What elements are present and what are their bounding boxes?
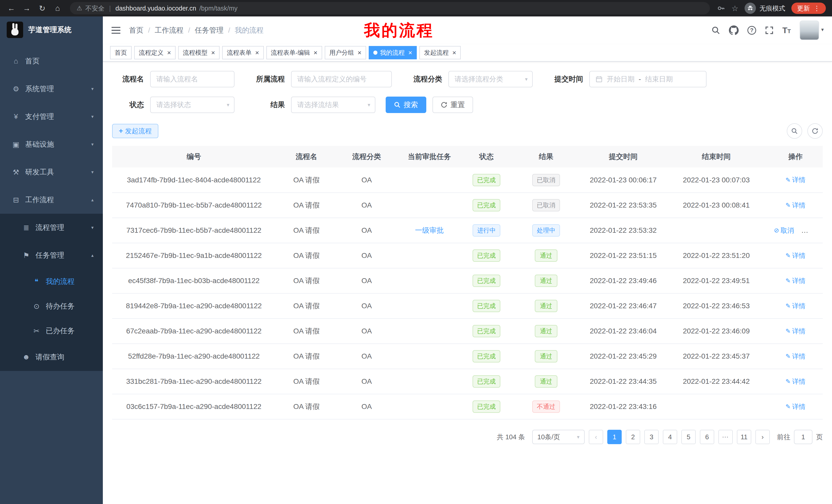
next-page-button[interactable]: › (755, 430, 770, 444)
browser-home-icon[interactable]: ⌂ (50, 2, 65, 15)
breadcrumb-item[interactable]: 首页 (129, 25, 144, 35)
update-button[interactable]: 更新 ⋮ (791, 3, 826, 14)
detail-button[interactable]: ✎详情 (785, 377, 806, 386)
password-key-icon[interactable] (717, 4, 725, 12)
incognito-profile-chip[interactable]: 无痕模式 (745, 3, 785, 14)
table-row: 7317cec6-7b9b-11ec-b5b7-acde48001122OA 请… (112, 218, 823, 243)
breadcrumb-item[interactable]: 任务管理 (195, 25, 224, 35)
page-button-6[interactable]: 6 (700, 430, 714, 444)
start-process-button[interactable]: + 发起流程 (112, 124, 158, 138)
refresh-table-button[interactable] (807, 123, 823, 139)
show-search-button[interactable] (787, 123, 802, 139)
bookmark-star-icon[interactable]: ☆ (731, 4, 738, 13)
detail-button[interactable]: ✎详情 (785, 327, 806, 336)
action-label: 取消 (781, 226, 794, 235)
tab-close-icon[interactable]: × (314, 49, 317, 56)
breadcrumb-item[interactable]: 工作流程 (155, 25, 184, 35)
tab-close-icon[interactable]: × (408, 49, 412, 56)
reset-label: 重置 (450, 100, 465, 110)
page-button-2[interactable]: 2 (626, 430, 640, 444)
tab-my-process[interactable]: 我的流程× (369, 46, 417, 59)
github-icon[interactable] (729, 25, 739, 35)
chevron-down-icon: ▾ (91, 86, 94, 92)
cell-result: 不通过 (510, 394, 582, 419)
address-bar[interactable]: ⚠ 不安全 | dashboard.yudao.iocoder.cn/bpm/t… (70, 2, 710, 15)
goto-page-input[interactable]: 1 (794, 430, 812, 444)
tab-close-icon[interactable]: × (167, 49, 171, 56)
browser-forward-icon[interactable]: → (20, 2, 34, 15)
sidebar-item-system[interactable]: ⚙系统管理▾ (0, 75, 103, 103)
sidebar: 芋道管理系统 ⌂首页⚙系统管理▾¥支付管理▾▣基础设施▾⚒研发工具▾⊟工作流程▴… (0, 17, 103, 504)
search-icon[interactable] (711, 26, 720, 35)
page-button-11[interactable]: 11 (737, 430, 751, 444)
detail-button[interactable]: ✎详情 (785, 352, 806, 361)
sidebar-item-infrastructure[interactable]: ▣基础设施▾ (0, 131, 103, 158)
search-button[interactable]: 搜索 (386, 96, 426, 113)
tab-process-model[interactable]: 流程模型× (178, 46, 219, 59)
result-select[interactable]: 请选择流结果▾ (291, 96, 375, 113)
process-definition-input[interactable]: 请输入流程定义的编号 (291, 71, 392, 87)
tab-process-definition[interactable]: 流程定义× (134, 46, 176, 59)
sidebar-item-label: 待办任务 (46, 301, 75, 311)
prev-page-button[interactable]: ‹ (589, 430, 603, 444)
tab-close-icon[interactable]: × (211, 49, 215, 56)
detail-icon: ✎ (785, 328, 790, 335)
detail-button[interactable]: ✎详情 (785, 201, 806, 210)
fullscreen-icon[interactable] (765, 26, 774, 35)
sidebar-item-task-manage[interactable]: ⚑任务管理▴ (0, 242, 103, 269)
current-task-link[interactable]: 一级审批 (415, 226, 444, 235)
cell-status: 已完成 (463, 344, 510, 369)
reset-button[interactable]: 重置 (433, 96, 473, 113)
tab-user-group[interactable]: 用户分组× (325, 46, 366, 59)
action-label: 详情 (792, 352, 806, 361)
tab-close-icon[interactable]: × (358, 49, 362, 56)
app-logo[interactable]: 芋道管理系统 (0, 17, 103, 43)
page-button-3[interactable]: 3 (644, 430, 659, 444)
tab-process-form-edit[interactable]: 流程表单-编辑× (266, 46, 322, 59)
sidebar-item-devtools[interactable]: ⚒研发工具▾ (0, 158, 103, 186)
detail-button[interactable]: ✎详情 (785, 302, 806, 311)
detail-button[interactable]: ✎详情 (785, 276, 806, 285)
browser-back-icon[interactable]: ← (4, 2, 19, 15)
browser-menu-kebab-icon[interactable]: ⋮ (813, 4, 820, 12)
submit-time-range-picker[interactable]: 开始日期 - 结束日期 (589, 71, 706, 87)
sidebar-item-process-manage[interactable]: ≣流程管理▾ (0, 214, 103, 242)
sidebar-item-todo-task[interactable]: ⊙待办任务 (0, 294, 103, 318)
page-button-4[interactable]: 4 (663, 430, 677, 444)
sidebar-item-workflow[interactable]: ⊟工作流程▴ (0, 186, 103, 214)
detail-button[interactable]: ✎详情 (785, 402, 806, 411)
status-select[interactable]: 请选择状态▾ (150, 96, 234, 113)
tab-start-process[interactable]: 发起流程× (419, 46, 461, 59)
action-label: 详情 (808, 226, 821, 235)
address-divider: | (109, 5, 111, 12)
cell-process-name: OA 请假 (276, 394, 337, 419)
cell-end-time: 2022-01-23 00:07:03 (665, 167, 768, 193)
tab-process-form[interactable]: 流程表单× (222, 46, 263, 59)
end-date-placeholder: 结束日期 (645, 75, 673, 84)
sidebar-item-leave-query[interactable]: ☻请假查询 (0, 343, 103, 371)
help-icon[interactable]: ? (747, 26, 756, 35)
sidebar-item-my-process[interactable]: ❝我的流程 (0, 269, 103, 294)
cancel-button[interactable]: ⊘取消 (774, 226, 794, 235)
category-select[interactable]: 请选择流程分类▾ (448, 71, 533, 87)
tab-home[interactable]: 首页 (110, 46, 132, 59)
process-name-input[interactable]: 请输入流程名 (150, 71, 234, 87)
my-process-icon: ❝ (31, 277, 42, 286)
browser-refresh-icon[interactable]: ↻ (35, 2, 49, 15)
page-more-button[interactable]: ⋯ (718, 430, 733, 444)
page-button-1[interactable]: 1 (607, 430, 622, 444)
hamburger-icon[interactable] (111, 26, 121, 34)
sidebar-item-done-task[interactable]: ✂已办任务 (0, 318, 103, 343)
security-label: 不安全 (85, 4, 105, 12)
detail-button[interactable]: ✎详情 (785, 251, 806, 260)
sidebar-item-payment[interactable]: ¥支付管理▾ (0, 103, 103, 131)
sidebar-item-home[interactable]: ⌂首页 (0, 47, 103, 75)
user-menu[interactable]: ▾ (800, 21, 824, 40)
page-size-select[interactable]: 10条/页 ▾ (532, 430, 585, 444)
font-size-icon[interactable]: TT (782, 26, 791, 35)
tab-close-icon[interactable]: × (452, 49, 456, 56)
page-button-5[interactable]: 5 (681, 430, 696, 444)
tab-label: 我的流程 (380, 49, 405, 57)
tab-close-icon[interactable]: × (255, 49, 259, 56)
detail-button[interactable]: ✎详情 (785, 175, 806, 185)
